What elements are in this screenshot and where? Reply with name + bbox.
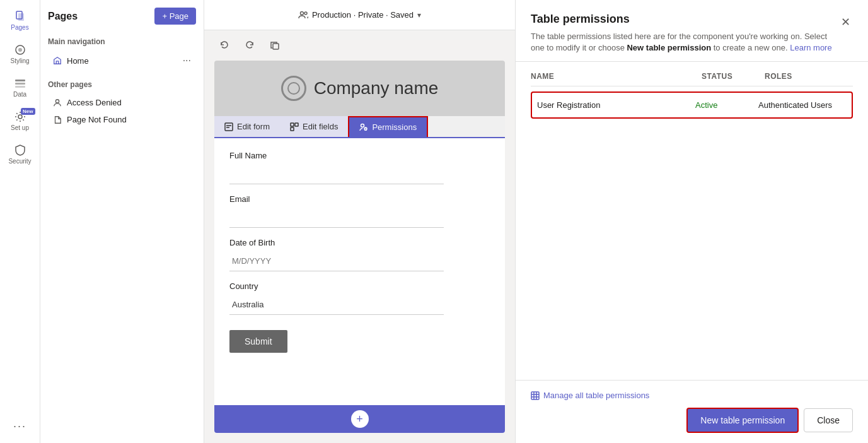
permissions-panel: Table permissions The table permissions … bbox=[515, 0, 868, 443]
nav-page-not-found[interactable]: Page Not Found bbox=[48, 111, 196, 128]
svg-point-8 bbox=[55, 99, 59, 102]
manage-link-label: Manage all table permissions bbox=[543, 391, 649, 400]
undo-icon bbox=[219, 40, 229, 50]
setup-label: Set up bbox=[11, 124, 29, 131]
field-full-name: Full Name bbox=[229, 151, 490, 184]
edit-fields-label: Edit fields bbox=[303, 122, 338, 131]
email-input[interactable] bbox=[229, 208, 444, 228]
home-icon bbox=[53, 56, 62, 65]
table-icon bbox=[531, 391, 540, 400]
sidebar-icon-bar: Pages Styling Data Set up New Security ·… bbox=[0, 0, 40, 443]
tab-permissions[interactable]: Permissions bbox=[348, 116, 428, 137]
close-action-label: Close bbox=[817, 415, 840, 425]
dob-input[interactable] bbox=[229, 251, 444, 271]
svg-rect-1 bbox=[18, 13, 24, 21]
nav-access-denied[interactable]: Access Denied bbox=[48, 94, 196, 111]
close-action-button[interactable]: Close bbox=[804, 408, 853, 432]
pages-label: Pages bbox=[11, 24, 28, 31]
form-tabs: Edit form Edit fields Permissions bbox=[214, 116, 505, 138]
description-suffix: to create a new one. bbox=[711, 43, 787, 52]
canvas-content: Company name Edit form bbox=[214, 61, 505, 433]
form-content: Full Name Email Date of Birth Country Su… bbox=[214, 138, 505, 365]
pages-panel-title: Pages bbox=[48, 11, 78, 22]
close-panel-icon: ✕ bbox=[841, 16, 850, 28]
panel-description: The table permissions listed here are fo… bbox=[531, 31, 833, 54]
home-label: Home bbox=[67, 56, 89, 66]
nav-home[interactable]: Home ··· bbox=[48, 51, 196, 70]
svg-rect-4 bbox=[15, 80, 25, 81]
panel-title: Table permissions bbox=[531, 13, 833, 26]
data-label: Data bbox=[13, 91, 26, 98]
undo-button[interactable] bbox=[214, 35, 234, 56]
description-bold: New table permission bbox=[627, 43, 711, 52]
svg-rect-20 bbox=[531, 392, 539, 399]
add-page-label: + Page bbox=[162, 11, 188, 21]
sidebar-item-security[interactable]: Security bbox=[3, 139, 38, 170]
security-icon bbox=[14, 144, 26, 157]
sidebar-item-styling[interactable]: Styling bbox=[3, 38, 38, 69]
country-input[interactable] bbox=[229, 295, 444, 315]
env-info[interactable]: Production · Private · Saved ▾ bbox=[298, 10, 421, 20]
sidebar-item-setup[interactable]: Set up New bbox=[3, 105, 38, 136]
add-section-button[interactable]: + bbox=[351, 410, 369, 428]
svg-point-3 bbox=[18, 48, 22, 52]
svg-rect-5 bbox=[15, 83, 25, 85]
styling-label: Styling bbox=[10, 57, 29, 64]
edit-form-label: Edit form bbox=[237, 122, 270, 131]
tab-edit-fields[interactable]: Edit fields bbox=[280, 116, 348, 137]
add-page-button[interactable]: + Page bbox=[154, 8, 196, 25]
field-country: Country bbox=[229, 281, 490, 315]
top-bar: Production · Private · Saved ▾ bbox=[204, 0, 515, 30]
env-label: Production · Private · Saved bbox=[312, 10, 414, 20]
add-section-icon: + bbox=[356, 413, 363, 426]
field-email: Email bbox=[229, 194, 490, 228]
add-section-bar: + bbox=[214, 405, 505, 433]
access-denied-label: Access Denied bbox=[67, 98, 122, 107]
permission-name: User Registration bbox=[537, 100, 695, 110]
panel-actions: New table permission Close bbox=[531, 408, 853, 433]
other-pages-label: Other pages bbox=[48, 80, 196, 89]
new-badge: New bbox=[21, 108, 35, 115]
panel-header-content: Table permissions The table permissions … bbox=[531, 13, 833, 54]
pages-panel-header: Pages + Page bbox=[48, 8, 196, 25]
page-not-found-label: Page Not Found bbox=[67, 115, 127, 124]
sidebar-item-pages[interactable]: Pages bbox=[3, 5, 38, 36]
copy-button[interactable] bbox=[265, 35, 285, 56]
redo-icon bbox=[245, 40, 255, 50]
svg-rect-17 bbox=[291, 127, 294, 131]
email-label: Email bbox=[229, 194, 490, 204]
learn-more-link[interactable]: Learn more bbox=[790, 43, 831, 52]
pages-panel: Pages + Page Main navigation Home ··· Ot… bbox=[40, 0, 204, 443]
manage-permissions-link[interactable]: Manage all table permissions bbox=[531, 391, 853, 400]
table-header-row: Name Status Roles bbox=[531, 72, 853, 86]
new-permission-label: New table permission bbox=[700, 415, 785, 425]
main-canvas-area: Production · Private · Saved ▾ bbox=[204, 0, 515, 443]
svg-rect-11 bbox=[273, 44, 279, 49]
company-name: Company name bbox=[314, 78, 439, 98]
home-dots[interactable]: ··· bbox=[183, 55, 191, 66]
canvas-toolbar bbox=[204, 30, 515, 61]
person-icon bbox=[53, 98, 62, 107]
svg-point-9 bbox=[300, 11, 303, 15]
redo-button[interactable] bbox=[240, 35, 260, 56]
permissions-icon bbox=[359, 123, 368, 132]
close-panel-button[interactable]: ✕ bbox=[838, 13, 853, 32]
svg-rect-6 bbox=[15, 86, 25, 88]
submit-button[interactable]: Submit bbox=[229, 330, 287, 353]
col-name-header: Name bbox=[531, 72, 702, 81]
svg-point-7 bbox=[18, 115, 22, 119]
permission-row-user-registration[interactable]: User Registration Active Authenticated U… bbox=[531, 92, 853, 119]
data-icon bbox=[14, 77, 26, 90]
document-icon bbox=[53, 115, 62, 124]
main-nav-label: Main navigation bbox=[48, 37, 196, 46]
full-name-input[interactable] bbox=[229, 164, 444, 184]
svg-point-10 bbox=[304, 12, 307, 15]
canvas-area: Company name Edit form bbox=[214, 61, 505, 433]
panel-footer: Manage all table permissions New table p… bbox=[516, 380, 868, 443]
field-dob: Date of Birth bbox=[229, 238, 490, 271]
more-options[interactable]: ··· bbox=[13, 420, 26, 443]
sidebar-item-data[interactable]: Data bbox=[3, 72, 38, 103]
tab-edit-form[interactable]: Edit form bbox=[214, 116, 280, 137]
new-permission-button[interactable]: New table permission bbox=[686, 408, 799, 433]
company-logo-inner bbox=[287, 82, 300, 95]
